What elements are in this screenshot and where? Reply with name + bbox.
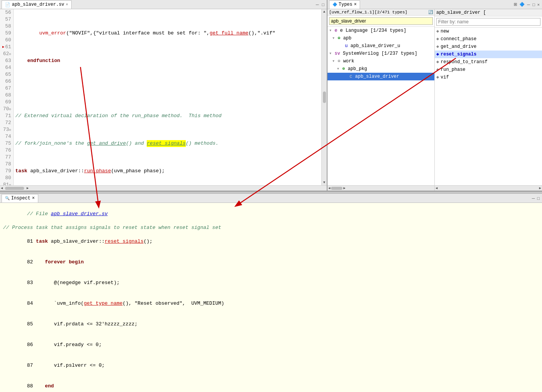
type-item-respond-to-transfer[interactable]: ◆ respond_to_transf [435,58,542,66]
inspect-line-file: // File apb_slave_driver.sv [0,204,542,224]
types-tree-panel: [uvm_ref_flow_1.1][2/471 types] 🔄 ▾ e e … [327,9,435,185]
editor-tab-close[interactable]: × [66,3,68,7]
inspect-line-84: 84 `uvm_info(get_type_name(), "Reset obs… [0,293,542,314]
inspect-file-link[interactable]: apb_slave_driver.sv [51,211,108,217]
types-h-scrollbar[interactable]: ◀ ▶ ◀ ▶ [327,185,542,191]
tree-item-apb[interactable]: ▾ ⊕ apb [327,34,434,42]
type-item-get-and-drive[interactable]: ◆ get_and_drive [435,43,542,51]
inspect-panel: 🔍 Inspect × ─ □ // File apb_slave_driver… [0,194,542,392]
types-tab[interactable]: 🔷 Types × [329,0,360,9]
types-tree-header: [uvm_ref_flow_1.1][2/471 types] 🔄 [327,9,434,16]
code-line-60: // fork/join_none's the get_and_drive() … [15,140,320,147]
types-filter-input[interactable] [436,18,540,26]
tree-item-apb-slave-driver[interactable]: c apb_slave_driver [327,73,434,80]
tree-item-sv[interactable]: ▾ sv SystemVerilog [1/237 types] [327,50,434,57]
inspect-line-85: 85 vif.prdata <= 32'hzzzz_zzzz; [0,314,542,335]
type-item-reset-signals[interactable]: ◆ reset_signals [435,51,542,58]
types-icon-btn[interactable]: 🔷 [519,2,526,7]
inspect-line-81: 81 task apb_slave_driver::reset_signals(… [0,231,542,252]
tree-item-e-language[interactable]: ▾ e e Language [1/234 types] [327,27,434,34]
types-search-container [327,16,434,27]
types-list-header: apb_slave_driver [ [435,9,542,16]
types-main: [uvm_ref_flow_1.1][2/471 types] 🔄 ▾ e e … [327,9,542,185]
types-tab-close[interactable]: × [354,2,357,7]
line-numbers: 56 57 58 59 60 ▶61 62⊙ 63 64 65 66 67 68… [0,9,14,185]
inspect-line-comment: // Process task that assigns signals to … [0,224,542,231]
code-line-58 [15,85,320,92]
inspect-min-btn[interactable]: ─ [531,196,536,201]
code-line-59: // Externed virtual declaration of the r… [15,113,320,119]
types-close-btn[interactable]: × [537,2,540,7]
inspect-line-83: 83 @(negedge vif.preset); [0,273,542,293]
tree-item-apb-slave-driver-u[interactable]: u apb_slave_driver_u [327,42,434,50]
inspect-line-86: 86 vif.pready <= 0; [0,335,542,355]
inspect-content: // File apb_slave_driver.sv // Process t… [0,203,542,392]
types-max-btn[interactable]: □ [532,2,536,7]
types-panel: 🔷 Types × ⊞ 🔷 ─ □ × [uvm_re [327,0,542,191]
type-item-vif[interactable]: ◆ vif [435,74,542,81]
type-item-run-phase[interactable]: ◆ run_phase [435,66,542,74]
editor-tab-label: apb_slave_driver.sv [12,2,64,7]
editor-maximize-btn[interactable]: □ [321,2,325,7]
types-layout-btn[interactable]: ⊞ [513,2,518,7]
editor-tab-bar: 📄 apb_slave_driver.sv × ─ □ [0,0,327,9]
tree-item-work[interactable]: ▾ ⊕ work [327,57,434,65]
editor-scrollbar[interactable]: ▲ ▼ [321,9,327,185]
code-area[interactable]: uvm_error("NOVIF",{"virtual interface mu… [14,9,321,185]
types-list-panel: apb_slave_driver [ ◆ new ◆ connect_phase [435,9,542,185]
inspect-line-87: 87 vif.pslverr <= 0; [0,355,542,376]
types-list-header-text: apb_slave_driver [ [436,10,486,15]
types-tab-label: Types [339,2,352,7]
types-filter-container [435,16,542,28]
code-line-61: task apb_slave_driver::run_phase(uvm_pha… [15,168,320,175]
types-tree-header-text: [uvm_ref_flow_1.1][2/471 types] [329,10,408,15]
editor-h-scrollbar[interactable]: ◀ ▶ [0,185,327,191]
type-item-connect-phase[interactable]: ◆ connect_phase [435,35,542,43]
inspect-max-btn[interactable]: □ [536,196,540,201]
types-list: ◆ new ◆ connect_phase ◆ get_and_drive ◆ … [435,28,542,185]
types-actions: ⊞ 🔷 ─ □ × [513,2,540,7]
inspect-tab-label: Inspect [11,196,30,201]
editor-tab[interactable]: 📄 apb_slave_driver.sv × [2,0,72,9]
editor-content: 56 57 58 59 60 ▶61 62⊙ 63 64 65 66 67 68… [0,9,327,185]
types-tree: ▾ e e Language [1/234 types] ▾ ⊕ apb u a… [327,27,434,185]
code-line-57: endfunction [15,57,320,64]
types-search-input[interactable] [329,17,433,25]
inspect-line-88: 88 end [0,376,542,392]
editor-panel: 📄 apb_slave_driver.sv × ─ □ 56 57 58 59 [0,0,327,191]
types-min-btn[interactable]: ─ [526,2,531,7]
editor-minimize-btn[interactable]: ─ [315,2,320,7]
inspect-line-82: 82 forever begin [0,252,542,273]
inspect-actions: ─ □ [531,196,540,201]
types-tab-bar: 🔷 Types × ⊞ 🔷 ─ □ × [327,0,542,9]
inspect-tab[interactable]: 🔍 Inspect × [2,194,38,203]
type-item-new[interactable]: ◆ new [435,28,542,35]
code-line-56: uvm_error("NOVIF",{"virtual interface mu… [15,30,320,37]
types-tree-refresh[interactable]: 🔄 [428,10,433,14]
inspect-tab-close[interactable]: × [32,196,34,201]
editor-tab-actions: ─ □ [315,2,325,7]
tree-item-apb-pkg[interactable]: ▾ ⊕ apb_pkg [327,65,434,73]
inspect-tab-bar: 🔍 Inspect × ─ □ [0,194,542,203]
